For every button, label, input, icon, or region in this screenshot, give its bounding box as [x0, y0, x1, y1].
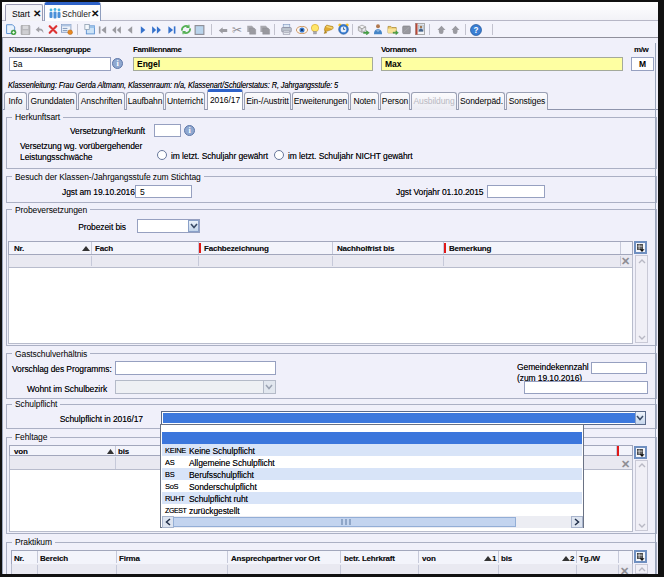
svg-text:?: ?: [474, 26, 479, 35]
